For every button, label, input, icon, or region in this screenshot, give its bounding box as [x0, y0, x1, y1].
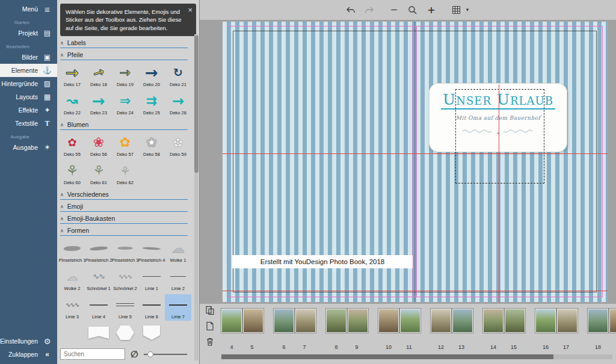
page-number[interactable]: 8 — [326, 344, 346, 350]
page-thumbnail[interactable] — [378, 309, 399, 333]
section-labels[interactable]: Labels — [60, 38, 188, 48]
deko-item[interactable]: Linie 4 — [85, 294, 112, 321]
size-slider[interactable] — [144, 351, 187, 358]
sidebar-item-projekt[interactable]: Projekt — [0, 26, 57, 40]
section-blumen[interactable]: Blumen — [60, 120, 188, 130]
page-thumbnail[interactable] — [243, 309, 263, 333]
deko-item[interactable]: Linie 1 — [138, 266, 165, 292]
deko-item[interactable]: Pinselstrich 4 — [138, 238, 165, 264]
deko-item[interactable]: Linie 3 — [59, 294, 85, 321]
page-thumbnail[interactable] — [295, 309, 316, 333]
deko-item[interactable]: Deko 61 — [85, 160, 112, 187]
clear-filter-icon[interactable] — [131, 350, 138, 359]
page-thumbnail[interactable] — [400, 309, 420, 333]
scrollbar-thumb[interactable] — [221, 354, 553, 359]
deko-item[interactable]: Deko 55 — [59, 132, 85, 158]
deko-item-selected[interactable]: Linie 7 — [165, 294, 191, 321]
section-emoji-baukasten[interactable]: Emoji-Baukasten — [60, 214, 188, 224]
page-thumbnail[interactable] — [535, 309, 556, 333]
deko-item[interactable]: Deko 60 — [59, 160, 85, 187]
page-number[interactable]: 14 — [483, 344, 504, 350]
deko-item[interactable]: Schnörkel 2 — [112, 266, 138, 292]
deko-item[interactable]: Deko 25 — [138, 90, 165, 117]
slider-knob[interactable] — [147, 351, 153, 357]
deko-item[interactable]: Deko 58 — [138, 132, 165, 158]
deko-item[interactable]: Linie 6 — [138, 294, 165, 321]
redo-button[interactable] — [364, 5, 375, 16]
horizontal-scrollbar[interactable] — [221, 354, 612, 359]
page-thumbnail[interactable] — [221, 309, 242, 333]
page-number[interactable]: 18 — [588, 344, 608, 350]
canvas-spread[interactable]: Erstellt mit YouDesign Photo Book, 2018 … — [223, 22, 608, 302]
page-number[interactable]: 5 — [242, 344, 262, 350]
deko-item[interactable]: Deko 18 — [85, 62, 112, 88]
deko-item[interactable] — [112, 324, 138, 342]
zoom-in-button[interactable] — [426, 5, 437, 16]
deko-item[interactable]: Wolke 1 — [165, 238, 191, 264]
add-page-button[interactable] — [205, 305, 215, 316]
grid-view-button[interactable] — [451, 5, 461, 16]
deko-item[interactable]: Deko 20 — [138, 62, 165, 88]
section-verschiedenes[interactable]: Verschiedenes — [60, 190, 188, 200]
section-pfeile[interactable]: Pfeile — [60, 50, 188, 60]
deko-item[interactable]: Linie 2 — [165, 266, 191, 292]
settings-button[interactable]: Einstellungen — [0, 335, 57, 348]
sidebar-item-hintergruende[interactable]: Hintergründe — [0, 77, 57, 90]
deko-item[interactable]: Deko 57 — [112, 132, 138, 158]
deko-item[interactable]: Deko 26 — [165, 90, 191, 117]
deko-item[interactable]: Deko 62 — [112, 160, 138, 187]
page-number[interactable]: 17 — [556, 344, 576, 350]
insert-page-button[interactable] — [205, 321, 215, 332]
page-number[interactable]: 12 — [431, 344, 451, 350]
page-thumbnail[interactable] — [505, 309, 525, 333]
page-thumbnail[interactable] — [609, 309, 616, 333]
sidebar-item-ausgabe[interactable]: Ausgabe — [0, 141, 57, 154]
page-number[interactable]: 13 — [451, 344, 472, 350]
page-thumbnail[interactable] — [274, 309, 294, 333]
page-thumbnail[interactable] — [557, 309, 578, 333]
page-number[interactable]: 7 — [294, 344, 315, 350]
section-formen[interactable]: Formen — [60, 226, 188, 236]
dropdown-caret-icon[interactable] — [464, 5, 470, 16]
zoom-out-button[interactable] — [389, 5, 399, 16]
page-number[interactable]: 16 — [535, 344, 556, 350]
section-emoji[interactable]: Emoji — [60, 202, 188, 212]
undo-button[interactable] — [345, 5, 356, 16]
sidebar-item-bilder[interactable]: Bilder — [0, 51, 57, 64]
deko-item[interactable] — [138, 324, 165, 342]
page-thumbnail[interactable] — [348, 309, 368, 333]
deko-item[interactable]: Pinselstrich 1 — [59, 238, 85, 264]
page-thumbnail[interactable] — [326, 309, 346, 333]
sidebar-item-layouts[interactable]: Layouts — [0, 90, 57, 103]
search-input[interactable] — [60, 348, 125, 360]
sidebar-item-textstile[interactable]: Textstile — [0, 117, 57, 130]
page-number[interactable]: 11 — [399, 344, 419, 350]
page-number[interactable]: 4 — [221, 344, 242, 350]
credit-text-element[interactable]: Erstellt mit YouDesign Photo Book, 2018 — [232, 255, 413, 268]
sidebar-item-effekte[interactable]: Effekte — [0, 103, 57, 117]
selection-box[interactable] — [455, 89, 544, 184]
delete-page-button[interactable] — [205, 336, 215, 347]
page-number[interactable]: 15 — [504, 344, 524, 350]
scrollbar-thumb[interactable] — [194, 35, 199, 173]
deko-item[interactable]: Deko 23 — [85, 90, 112, 117]
page-thumbnail[interactable] — [483, 309, 504, 333]
deko-item[interactable]: Deko 19 — [112, 62, 138, 88]
collapse-panel-button[interactable]: Zuklappen — [0, 348, 57, 361]
page-number[interactable]: 9 — [346, 344, 367, 350]
deko-item[interactable]: Pinselstrich 3 — [112, 238, 138, 264]
deko-item[interactable]: Deko 56 — [85, 132, 112, 158]
deko-item[interactable]: Deko 59 — [165, 132, 191, 158]
page-number[interactable]: 6 — [274, 344, 294, 350]
deko-item[interactable]: Deko 21 — [165, 62, 191, 88]
page-number[interactable]: 10 — [378, 344, 399, 350]
page-thumbnail[interactable] — [588, 309, 608, 333]
zoom-button[interactable] — [407, 5, 418, 16]
page-thumbnail[interactable] — [431, 309, 451, 333]
deko-item[interactable]: Pinselstrich 2 — [85, 238, 112, 264]
deko-item[interactable]: Linie 5 — [112, 294, 138, 321]
sidebar-item-elemente[interactable]: Elemente — [0, 64, 57, 77]
deko-item[interactable]: Schnörkel 1 — [85, 266, 112, 292]
deko-item[interactable] — [85, 324, 112, 342]
deko-item[interactable]: Deko 22 — [59, 90, 85, 117]
